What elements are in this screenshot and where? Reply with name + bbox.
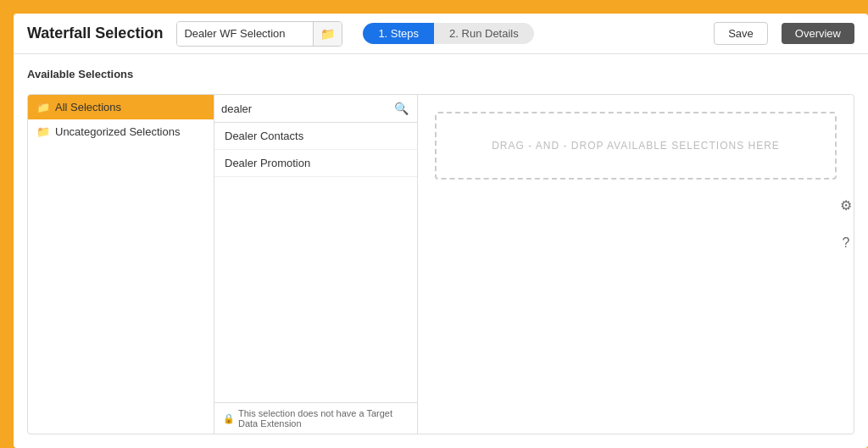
folder-panel: 📁 All Selections 📁 Uncategorized Selecti… <box>28 95 214 434</box>
app-title: Waterfall Selection <box>27 25 163 42</box>
folder-icon: 📁 <box>320 27 335 41</box>
folder-item-uncategorized[interactable]: 📁 Uncategorized Selections <box>28 119 214 144</box>
side-icons: ⚙ ? <box>834 194 858 255</box>
list-item-label: Dealer Promotion <box>225 157 310 169</box>
help-button[interactable]: ? <box>834 231 858 255</box>
footer-text: This selection does not have a Target Da… <box>238 408 409 429</box>
search-bar: 🔍 <box>214 95 417 123</box>
workflow-name-field[interactable]: 📁 <box>176 21 342 47</box>
list-panel: 🔍 Dealer Contacts Dealer Promotion 🔒 <box>214 95 418 434</box>
folder-all-icon: 📁 <box>36 101 50 113</box>
drop-zone[interactable]: DRAG - AND - DROP AVAILABLE SELECTIONS H… <box>418 95 854 434</box>
folder-uncategorized-label: Uncategorized Selections <box>55 125 180 138</box>
search-icon: 🔍 <box>394 102 409 115</box>
lock-icon: 🔒 <box>223 413 235 424</box>
list-item-dealer-promotion[interactable]: Dealer Promotion <box>214 150 417 177</box>
list-item-label: Dealer Contacts <box>225 130 303 142</box>
question-icon: ? <box>843 235 850 251</box>
list-footer: 🔒 This selection does not have a Target … <box>214 402 417 434</box>
main-content: Available Selections 📁 All Selections 📁 … <box>14 54 868 448</box>
folder-browse-button[interactable]: 📁 <box>313 22 342 46</box>
tab-run-details[interactable]: 2. Run Details <box>434 23 534 44</box>
search-button[interactable]: 🔍 <box>392 100 410 117</box>
list-items: Dealer Contacts Dealer Promotion <box>214 123 417 402</box>
workflow-name-input[interactable] <box>177 22 313 46</box>
save-button[interactable]: Save <box>714 22 768 45</box>
folder-all-label: All Selections <box>55 101 121 113</box>
tab-steps[interactable]: 1. Steps <box>363 23 434 44</box>
gear-button[interactable]: ⚙ <box>834 194 858 218</box>
folder-uncategorized-icon: 📁 <box>36 125 50 138</box>
steps-tabs: 1. Steps 2. Run Details <box>363 23 533 44</box>
header-bar: Waterfall Selection 📁 1. Steps 2. Run De… <box>14 14 868 54</box>
list-item-dealer-contacts[interactable]: Dealer Contacts <box>214 123 417 150</box>
gear-icon: ⚙ <box>840 197 852 213</box>
selections-container: 📁 All Selections 📁 Uncategorized Selecti… <box>27 94 854 434</box>
overview-button[interactable]: Overview <box>782 23 854 44</box>
drop-zone-box: DRAG - AND - DROP AVAILABLE SELECTIONS H… <box>435 112 837 180</box>
section-title: Available Selections <box>27 68 854 80</box>
folder-item-all[interactable]: 📁 All Selections <box>28 95 214 119</box>
search-input[interactable] <box>221 102 389 115</box>
